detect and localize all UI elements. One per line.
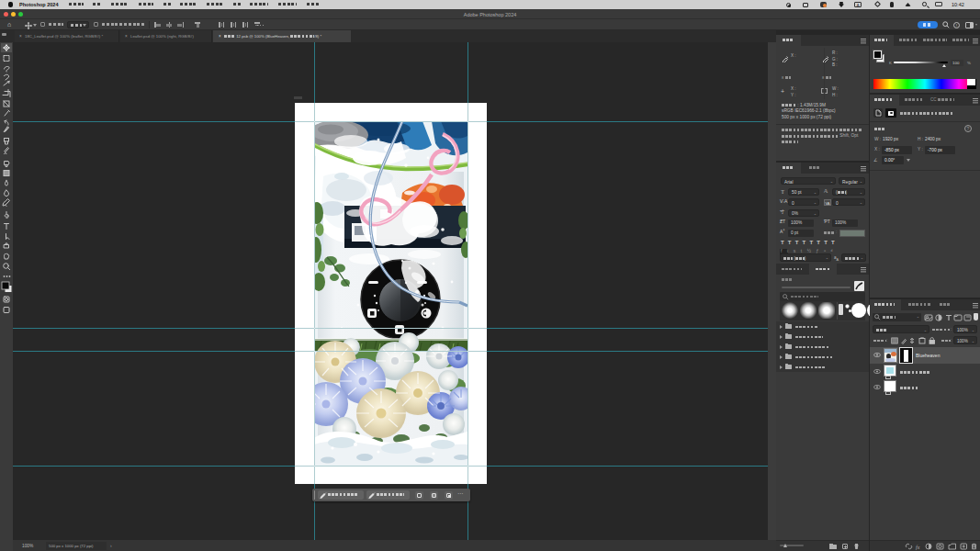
svg-text:fx: fx [916, 545, 920, 550]
